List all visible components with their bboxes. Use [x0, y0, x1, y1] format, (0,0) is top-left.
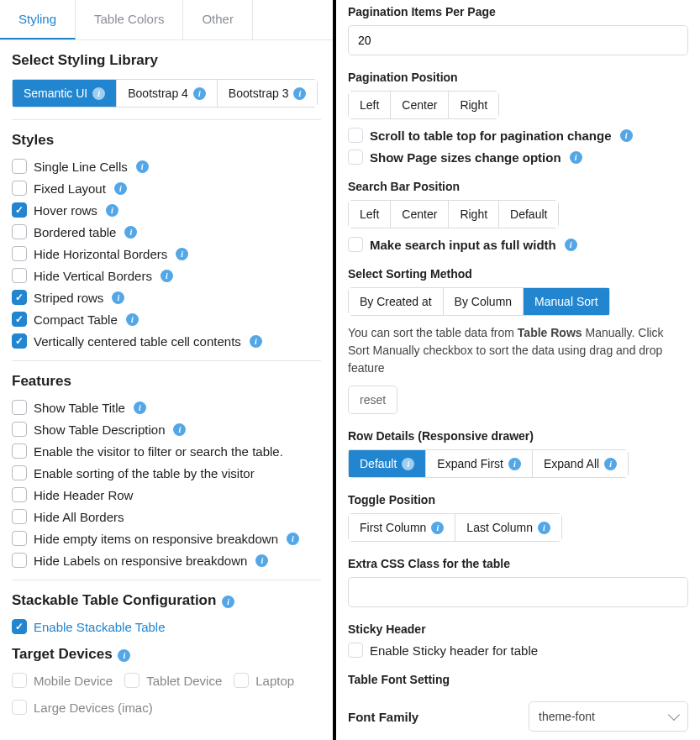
search-full-width-label: Make search input as full width — [370, 238, 556, 252]
info-icon: i — [114, 182, 127, 195]
tab-table-colors[interactable]: Table Colors — [76, 0, 183, 39]
search-full-width-checkbox[interactable] — [348, 237, 363, 252]
sorting-method-label: Select Sorting Method — [348, 267, 688, 281]
info-icon: i — [118, 649, 130, 662]
style-7-label: Compact Table — [34, 312, 118, 327]
info-icon: i — [136, 160, 149, 173]
sticky-header-label: Sticky Header — [348, 622, 688, 636]
toggle-first-column[interactable]: First Columni — [349, 514, 455, 541]
rowd-expand-all[interactable]: Expand Alli — [533, 450, 628, 477]
font-family-label: Font Family — [348, 710, 418, 724]
style-4-checkbox[interactable] — [12, 246, 27, 261]
toggle-position-label: Toggle Position — [348, 493, 688, 506]
features-title: Features — [12, 373, 321, 390]
feature-3-label: Enable sorting of the table by the visit… — [34, 466, 255, 480]
style-0-checkbox[interactable] — [12, 159, 27, 174]
toggle-last-column[interactable]: Last Columni — [455, 514, 561, 541]
tab-styling[interactable]: Styling — [0, 0, 76, 39]
row-details-label: Row Details (Responsive drawer) — [348, 429, 688, 443]
tab-other[interactable]: Other — [183, 0, 253, 39]
style-7-checkbox[interactable] — [12, 312, 27, 327]
sort-by-created[interactable]: By Created at — [349, 288, 444, 315]
target-devices-title: Target Devices i — [12, 646, 321, 663]
feature-7-checkbox[interactable] — [12, 553, 27, 568]
sort-manual[interactable]: Manual Sort — [524, 288, 608, 315]
style-1-label: Fixed Layout — [34, 181, 106, 196]
rowd-default[interactable]: Defaulti — [349, 450, 426, 477]
info-icon: i — [604, 458, 617, 470]
pagination-position-label: Pagination Position — [348, 71, 688, 84]
styling-library-group: Semantic UIi Bootstrap 4i Bootstrap 3i — [12, 79, 318, 108]
pagination-pos-center[interactable]: Center — [391, 92, 449, 118]
font-family-select[interactable]: theme-font — [529, 701, 688, 732]
enable-stackable-label: Enable Stackable Table — [34, 620, 166, 634]
info-icon: i — [620, 129, 633, 142]
device-3-label: Large Devices (imac) — [34, 701, 153, 715]
reset-button[interactable]: reset — [348, 386, 397, 414]
style-3-checkbox[interactable] — [12, 224, 27, 239]
info-icon: i — [565, 239, 577, 251]
settings-tabs: Styling Table Colors Other — [0, 0, 333, 40]
pagination-items-input[interactable] — [348, 25, 688, 55]
search-pos-default[interactable]: Default — [499, 201, 558, 228]
feature-1-label: Show Table Description — [34, 422, 165, 437]
enable-stackable-checkbox[interactable] — [12, 619, 27, 634]
feature-0-checkbox[interactable] — [12, 400, 27, 415]
styling-library-title: Select Styling Library — [12, 52, 321, 69]
style-8-checkbox[interactable] — [12, 333, 27, 349]
search-pos-left[interactable]: Left — [349, 201, 391, 228]
feature-1-checkbox[interactable] — [12, 422, 27, 437]
info-icon: i — [250, 335, 262, 348]
search-pos-center[interactable]: Center — [391, 201, 449, 228]
style-6-label: Striped rows — [34, 291, 103, 305]
sorting-method-group: By Created at By Column Manual Sort — [348, 287, 610, 316]
row-details-group: Defaulti Expand Firsti Expand Alli — [348, 449, 629, 478]
style-0-label: Single Line Cells — [34, 160, 128, 174]
pagination-pos-left[interactable]: Left — [349, 92, 391, 118]
feature-4-checkbox[interactable] — [12, 487, 27, 502]
feature-6-checkbox[interactable] — [12, 531, 27, 546]
rowd-expand-first[interactable]: Expand Firsti — [426, 450, 533, 477]
feature-7-label: Hide Labels on responsive breakdown — [34, 554, 247, 568]
extra-css-label: Extra CSS Class for the table — [348, 557, 688, 570]
style-5-label: Hide Vertical Borders — [34, 269, 152, 283]
feature-3-checkbox[interactable] — [12, 465, 27, 480]
info-icon: i — [106, 204, 118, 217]
extra-css-input[interactable] — [348, 577, 688, 607]
feature-6-label: Hide empty items on responsive breakdown — [34, 532, 278, 546]
styling-lib-bootstrap-3[interactable]: Bootstrap 3i — [218, 80, 318, 107]
style-6-checkbox[interactable] — [12, 290, 27, 305]
device-2-checkbox[interactable] — [234, 673, 249, 688]
pagination-position-group: Left Center Right — [348, 91, 499, 119]
search-pos-right[interactable]: Right — [449, 201, 499, 228]
pagination-items-label: Pagination Items Per Page — [348, 5, 688, 18]
feature-5-checkbox[interactable] — [12, 509, 27, 524]
feature-2-label: Enable the visitor to filter or search t… — [34, 444, 283, 459]
feature-2-checkbox[interactable] — [12, 443, 27, 459]
style-1-checkbox[interactable] — [12, 181, 27, 196]
styling-lib-bootstrap-4[interactable]: Bootstrap 4i — [117, 80, 218, 107]
page-sizes-checkbox[interactable] — [348, 150, 363, 165]
style-3-label: Bordered table — [34, 225, 116, 239]
pagination-pos-right[interactable]: Right — [449, 92, 498, 118]
chevron-down-icon — [668, 709, 680, 721]
device-0-checkbox[interactable] — [12, 673, 27, 688]
search-bar-position-label: Search Bar Position — [348, 180, 688, 193]
style-5-checkbox[interactable] — [12, 268, 27, 283]
styling-lib-semantic-ui[interactable]: Semantic UIi — [13, 80, 117, 107]
table-font-title: Table Font Setting — [348, 673, 688, 686]
info-icon: i — [112, 291, 124, 304]
info-icon: i — [431, 522, 444, 534]
info-icon: i — [255, 554, 268, 567]
info-icon: i — [402, 458, 414, 470]
feature-0-label: Show Table Title — [34, 401, 125, 415]
device-0-label: Mobile Device — [34, 674, 113, 688]
sticky-header-checkbox[interactable] — [348, 643, 363, 658]
style-2-checkbox[interactable] — [12, 202, 27, 218]
device-3-checkbox[interactable] — [12, 700, 27, 715]
sort-by-column[interactable]: By Column — [444, 288, 524, 315]
device-1-checkbox[interactable] — [124, 673, 139, 688]
scroll-to-top-checkbox[interactable] — [348, 128, 363, 143]
info-icon: i — [222, 596, 234, 608]
scroll-to-top-label: Scroll to table top for pagination chang… — [370, 129, 612, 143]
